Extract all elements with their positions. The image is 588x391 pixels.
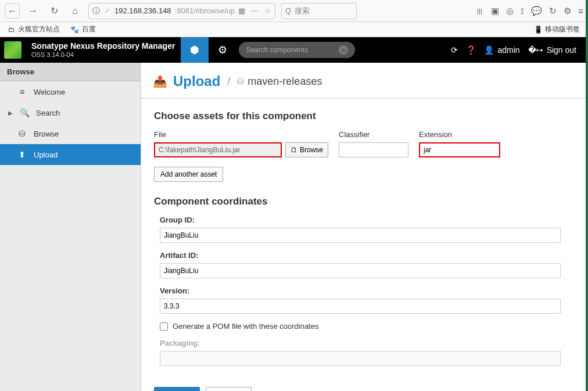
signout-icon: �↦	[528, 45, 543, 55]
user-menu[interactable]: 👤 admin	[484, 45, 519, 55]
app-version: OSS 3.14.0-04	[31, 51, 175, 59]
folder-icon: 🗀	[8, 26, 15, 34]
page-title: 📤 Upload	[153, 73, 220, 89]
coordinates-section-title: Component coordinates	[154, 196, 575, 207]
artifact-id-input[interactable]	[160, 263, 561, 278]
sidebar-item-label: Search	[36, 109, 60, 117]
generate-pom-label: Generate a POM file with these coordinat…	[173, 322, 318, 331]
sidebar-header: Browse	[0, 63, 141, 81]
file-label: File	[154, 130, 328, 139]
group-id-label: Group ID:	[160, 216, 575, 224]
nexus-logo[interactable]	[0, 37, 26, 63]
browse-icon: ⛁	[17, 129, 27, 138]
main-content: 📤 Upload / ⛁ maven-releases Choose asset…	[141, 63, 588, 391]
url-host: 192.168.236.148	[114, 6, 171, 15]
sidebar-item-label: Upload	[34, 150, 58, 159]
nav-browse-button[interactable]: ⬢	[181, 37, 209, 63]
account-icon[interactable]: ◎	[506, 6, 514, 16]
add-asset-button[interactable]: Add another asset	[154, 167, 223, 182]
refresh-button[interactable]: ⟳	[451, 45, 458, 55]
page-header: 📤 Upload / ⛁ maven-releases	[141, 63, 588, 98]
file-icon: 🗋	[291, 146, 297, 154]
browse-button[interactable]: 🗋 Browse	[285, 142, 328, 157]
back-button[interactable]: ←	[5, 3, 20, 19]
sidebar-item-label: Browse	[34, 130, 59, 138]
url-bar[interactable]: ⓘ ⟋ 192.168.236.148:8081/#browse/up ▦ ⋯ …	[88, 3, 275, 19]
group-id-input[interactable]	[160, 228, 561, 243]
url-path: :8081/#browse/up	[175, 6, 235, 15]
menu-icon[interactable]: ≡	[578, 6, 583, 16]
sync-icon[interactable]: ↻	[549, 6, 557, 16]
upload-page-icon: 📤	[153, 74, 167, 88]
reader-icon[interactable]: ▣	[491, 6, 499, 16]
sidebar-item-label: Welcome	[34, 88, 65, 96]
nexus-title-block: Sonatype Nexus Repository Manager OSS 3.…	[26, 41, 181, 59]
info-icon: ⓘ	[92, 6, 100, 16]
security-icon: ⟋	[103, 6, 111, 15]
artifact-id-label: Artifact ID:	[160, 251, 575, 260]
clear-search-icon[interactable]: ✕	[339, 45, 348, 55]
welcome-icon: ≡	[17, 87, 27, 96]
generate-pom-checkbox[interactable]	[160, 322, 168, 331]
classifier-label: Classifier	[339, 130, 408, 139]
breadcrumb-repo[interactable]: ⛁ maven-releases	[237, 76, 322, 88]
bookmark-firefox[interactable]: 🗀 火狐官方站点	[8, 24, 60, 34]
sidebar: Browse ≡ Welcome ▶ 🔍 Search ⛁ Browse ⬆ U…	[0, 63, 141, 391]
repo-icon: ⛁	[237, 77, 244, 86]
packaging-input[interactable]	[160, 351, 561, 366]
packaging-label: Packaging:	[160, 339, 575, 347]
screenshot-icon[interactable]: ⟟	[521, 6, 524, 16]
search-placeholder-text: Search components	[246, 46, 308, 54]
file-input[interactable]	[154, 142, 282, 157]
nexus-header: Sonatype Nexus Repository Manager OSS 3.…	[0, 37, 588, 63]
expand-icon: ▶	[8, 110, 13, 116]
chat-icon[interactable]: 💬	[531, 6, 542, 16]
gear-icon: ⚙	[218, 44, 227, 56]
search-placeholder: 搜索	[295, 6, 310, 16]
extensions-icon[interactable]: ⚙	[564, 6, 571, 16]
cancel-button[interactable]: Cancel	[206, 387, 251, 391]
nav-admin-button[interactable]: ⚙	[209, 37, 236, 63]
assets-section-title: Choose assets for this component	[154, 110, 575, 122]
sidebar-item-search[interactable]: ▶ 🔍 Search	[0, 102, 141, 123]
home-button[interactable]: ⌂	[67, 3, 83, 19]
browser-search[interactable]: Q 搜索	[281, 3, 357, 19]
sidebar-item-upload[interactable]: ⬆ Upload	[0, 144, 141, 165]
signout-button[interactable]: �↦ Sign out	[528, 45, 576, 55]
extension-label: Extension	[419, 130, 506, 139]
username: admin	[497, 45, 519, 55]
help-button[interactable]: ❓	[466, 45, 476, 55]
more-icon[interactable]: ⋯	[251, 6, 259, 15]
star-icon[interactable]: ☆	[264, 6, 271, 15]
cube-icon: ⬢	[190, 44, 199, 56]
baidu-icon: 🐾	[70, 26, 79, 34]
component-search[interactable]: Search components ✕	[239, 42, 355, 58]
mobile-icon: 📱	[534, 26, 543, 34]
forward-button[interactable]: →	[26, 3, 41, 19]
bookmarks-bar: 🗀 火狐官方站点 🐾 百度 📱 移动版书签	[0, 22, 588, 37]
version-label: Version:	[160, 286, 575, 295]
upload-icon: ⬆	[17, 150, 27, 159]
breadcrumb-separator: /	[227, 76, 230, 88]
extension-input[interactable]	[419, 142, 500, 157]
classifier-input[interactable]	[339, 142, 408, 157]
window-edge	[586, 0, 588, 391]
library-icon[interactable]: ⫼	[475, 6, 484, 16]
version-input[interactable]	[160, 299, 561, 314]
bookmark-baidu[interactable]: 🐾 百度	[70, 24, 96, 34]
user-icon: 👤	[484, 45, 494, 55]
app-title: Sonatype Nexus Repository Manager	[31, 41, 175, 51]
sidebar-item-browse[interactable]: ⛁ Browse	[0, 123, 141, 144]
reload-button[interactable]: ↻	[46, 3, 62, 19]
bookmark-mobile[interactable]: 📱 移动版书签	[534, 24, 580, 34]
sidebar-item-welcome[interactable]: ≡ Welcome	[0, 81, 141, 102]
upload-button[interactable]: Upload	[154, 387, 200, 391]
search-icon: Q	[285, 6, 291, 15]
qr-icon[interactable]: ▦	[238, 6, 245, 15]
search-icon: 🔍	[20, 108, 29, 117]
browser-toolbar: ← → ↻ ⌂ ⓘ ⟋ 192.168.236.148:8081/#browse…	[0, 0, 588, 22]
